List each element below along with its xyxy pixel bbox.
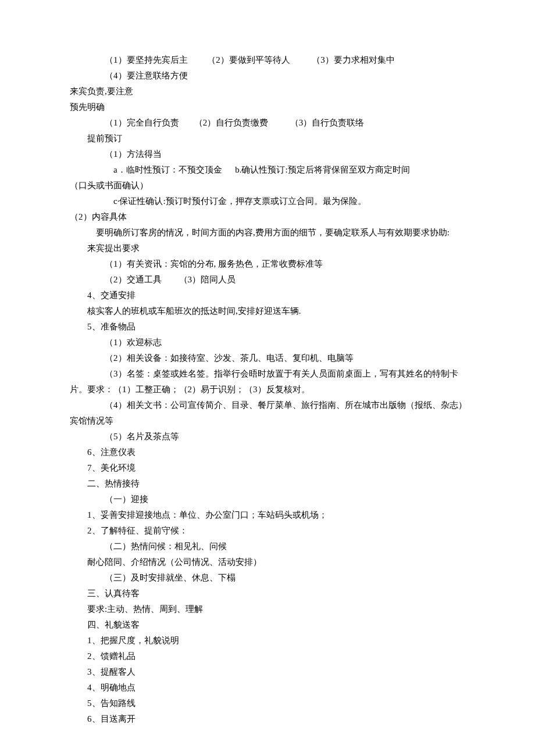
text-line: （1）有关资讯：宾馆的分布, 服务热色，正常收费标准等	[70, 256, 465, 272]
text-line: 5、告知路线	[70, 696, 465, 711]
text-line: 6、目送离开	[70, 711, 465, 727]
text-line: （4）要注意联络方便	[70, 68, 465, 84]
text-line: 7、美化环境	[70, 460, 465, 476]
text-line: 宾馆情况等	[70, 413, 465, 429]
text-line: 3、提醒客人	[70, 664, 465, 680]
document-body: （1）要坚持先宾后主 （2）要做到平等待人 （3）要力求相对集中（4）要注意联络…	[70, 52, 465, 727]
text-line: 5、准备物品	[70, 319, 465, 335]
text-line: （3）名签：桌签或姓名签。指举行会晤时放置于有关人员面前桌面上，写有其姓名的特制…	[70, 366, 465, 382]
text-line: 来宾提出要求	[70, 241, 465, 256]
text-line: 四、礼貌送客	[70, 617, 465, 633]
text-line: 预先明确	[70, 99, 465, 115]
text-line: （2）相关设备：如接待室、沙发、茶几、电话、复印机、电脑等	[70, 350, 465, 366]
text-line: （二）热情问候：相见礼、问候	[70, 539, 465, 554]
text-line: （5）名片及茶点等	[70, 429, 465, 445]
text-line: 要明确所订客房的情况，时间方面的内容,费用方面的细节，要确定联系人与有效期要求协…	[70, 225, 465, 241]
text-line: （口头或书面确认）	[70, 178, 465, 194]
text-line: 耐心陪同、介绍情况（公司情况、活动安排）	[70, 554, 465, 570]
text-line: （2）内容具体	[70, 209, 465, 225]
text-line: （1）方法得当	[70, 146, 465, 162]
text-line: （4）相关文书：公司宣传简介、目录、餐厅菜单、旅行指南、所在城市出版物（报纸、杂…	[70, 397, 465, 413]
text-line: 6、注意仪表	[70, 445, 465, 460]
text-line: （三）及时安排就坐、休息、下榻	[70, 570, 465, 586]
text-line: （1）完全自行负责 （2）自行负责缴费 （3）自行负责联络	[70, 115, 465, 131]
text-line: a．临时性预订：不预交顶金 b.确认性预订:预定后将背保留至双方商定时间	[70, 162, 465, 178]
text-line: 核实客人的班机或车船班次的抵达时间,安排好迎送车辆.	[70, 303, 465, 319]
text-line: 三、认真待客	[70, 586, 465, 601]
text-line: c·保证性确认:预订时预付订金，押存支票或订立合同。最为保险。	[70, 194, 465, 209]
text-line: 二、热情接待	[70, 476, 465, 492]
text-line: 来宾负责,要注意	[70, 84, 465, 99]
text-line: 要求:主动、热情、周到、理解	[70, 601, 465, 617]
text-line: 4、明确地点	[70, 680, 465, 696]
text-line: （2）交通工具 （3）陪同人员	[70, 272, 465, 288]
text-line: 片。要求：（1）工整正确；（2）易于识别；（3）反复核对。	[70, 382, 465, 397]
text-line: 4、交通安排	[70, 288, 465, 303]
text-line: （1）要坚持先宾后主 （2）要做到平等待人 （3）要力求相对集中	[70, 52, 465, 68]
text-line: （一）迎接	[70, 492, 465, 507]
text-line: 1、妥善安排迎接地点：单位、办公室门口；车站码头或机场；	[70, 507, 465, 523]
text-line: （1）欢迎标志	[70, 335, 465, 350]
text-line: 2、了解特征、提前守候：	[70, 523, 465, 539]
text-line: 提前预订	[70, 131, 465, 146]
text-line: 2、馈赠礼品	[70, 648, 465, 664]
text-line: 1、把握尺度，礼貌说明	[70, 633, 465, 648]
